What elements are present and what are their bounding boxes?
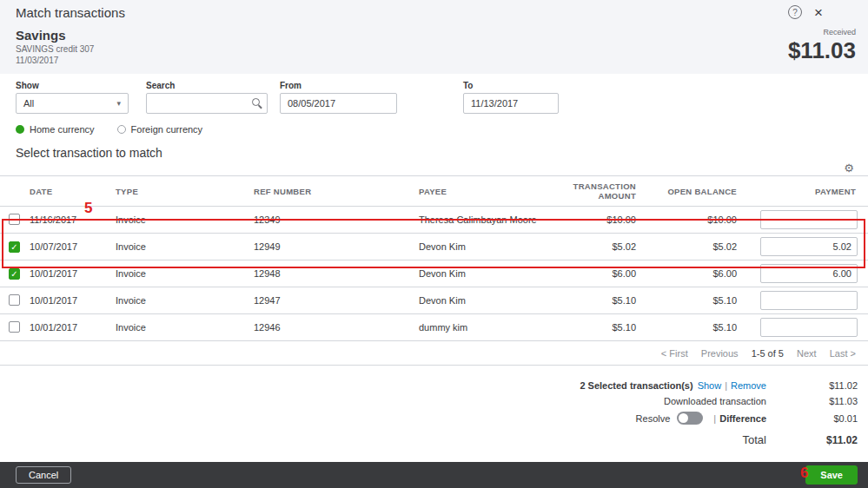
currency-selector: Home currency Foreign currency (0, 115, 868, 135)
cell-payee: Devon Kim (415, 287, 549, 314)
row-checkbox[interactable]: ✓ (9, 268, 20, 280)
payment-input[interactable] (760, 210, 858, 229)
payment-input[interactable] (760, 291, 858, 310)
total-label: Total (743, 433, 766, 446)
show-dropdown[interactable]: All ▾ (16, 93, 129, 114)
transactions-body: ✓ 11/16/2017 Invoice 12349 Theresa Calim… (0, 207, 868, 341)
radio-unselected-icon (117, 125, 126, 134)
to-date-input[interactable] (463, 93, 559, 114)
dialog-title-bar: Match transactions ? × (0, 0, 868, 24)
col-header-date: DATE (26, 176, 112, 207)
checkmark-icon: ✓ (10, 242, 19, 253)
account-info: Savings SAVINGS credit 307 11/03/2017 (16, 26, 94, 69)
received-block: Received $11.03 (788, 26, 856, 69)
from-date-input[interactable] (280, 93, 397, 114)
cell-payee: dummy kim (415, 314, 549, 341)
difference-amount: $0.01 (766, 413, 858, 424)
from-filter: From (280, 81, 397, 115)
cell-transaction-amount: $5.10 (549, 314, 648, 341)
search-filter: Search (129, 81, 268, 115)
table-row: ✓ 10/01/2017 Invoice 12947 Devon Kim $5.… (0, 287, 868, 314)
home-currency-radio[interactable]: Home currency (16, 124, 95, 135)
home-currency-label: Home currency (30, 124, 95, 135)
resolve-label: Resolve (636, 413, 671, 424)
pagination-next[interactable]: Next (797, 348, 817, 359)
table-settings-row: ⚙ (0, 160, 868, 175)
cell-date: 11/16/2017 (26, 207, 112, 234)
foreign-currency-radio[interactable]: Foreign currency (117, 124, 203, 135)
checkmark-icon: ✓ (10, 269, 19, 280)
cell-type: Invoice (112, 207, 250, 234)
table-row: ✓ 10/01/2017 Invoice 12948 Devon Kim $6.… (0, 260, 868, 287)
from-label: From (280, 81, 397, 90)
show-label: Show (16, 81, 129, 90)
cell-ref-number: 12946 (250, 314, 415, 341)
cell-open-balance: $10.00 (648, 207, 749, 234)
cell-open-balance: $5.10 (648, 314, 749, 341)
table-row: ✓ 10/01/2017 Invoice 12946 dummy kim $5.… (0, 314, 868, 341)
row-checkbox[interactable]: ✓ (9, 241, 20, 253)
selected-amount: $11.02 (766, 380, 858, 391)
save-button[interactable]: Save (805, 465, 858, 485)
account-subtitle: SAVINGS credit 307 (16, 44, 94, 54)
resolve-summary-row: Resolve | Difference $0.01 (475, 409, 858, 427)
cell-ref-number: 12947 (250, 287, 415, 314)
cell-ref-number: 12948 (250, 260, 415, 287)
to-filter: To (463, 81, 559, 115)
col-header-open-balance: OPEN BALANCE (648, 176, 749, 207)
col-header-ref-number: REF NUMBER (250, 176, 415, 207)
show-filter: Show All ▾ (16, 81, 129, 115)
table-row: ✓ 10/07/2017 Invoice 12949 Devon Kim $5.… (0, 234, 868, 260)
search-label: Search (146, 81, 268, 90)
pagination: < First Previous 1-5 of 5 Next Last > (0, 341, 868, 366)
cell-payee: Devon Kim (415, 234, 549, 260)
cell-transaction-amount: $5.10 (549, 287, 648, 314)
pagination-range: 1-5 of 5 (752, 348, 784, 359)
total-summary-row: Total $11.02 (475, 431, 858, 449)
col-header-type: TYPE (112, 176, 250, 207)
payment-input[interactable] (760, 318, 858, 337)
cell-payee: Theresa Calimbayan Moore (415, 207, 549, 234)
cell-date: 10/01/2017 (26, 260, 112, 287)
pagination-last[interactable]: Last > (830, 348, 856, 359)
cell-ref-number: 12349 (250, 207, 415, 234)
cancel-button[interactable]: Cancel (16, 466, 71, 484)
remove-link[interactable]: Remove (731, 380, 766, 391)
close-icon[interactable]: × (814, 5, 823, 20)
show-dropdown-value: All (23, 98, 34, 109)
search-icon[interactable] (252, 98, 260, 106)
gear-icon[interactable]: ⚙ (844, 162, 854, 175)
cell-open-balance: $5.02 (648, 234, 749, 260)
resolve-toggle[interactable] (677, 412, 703, 425)
show-link[interactable]: Show (698, 380, 722, 391)
help-icon[interactable]: ? (788, 5, 802, 19)
col-header-transaction-amount: TRANSACTION AMOUNT (549, 176, 648, 207)
pagination-first[interactable]: < First (661, 348, 688, 359)
to-label: To (463, 81, 559, 90)
pagination-previous[interactable]: Previous (701, 348, 739, 359)
chevron-down-icon: ▾ (116, 99, 121, 108)
cell-transaction-amount: $6.00 (549, 260, 648, 287)
payment-input[interactable] (760, 237, 858, 256)
cell-type: Invoice (112, 234, 250, 260)
search-input[interactable] (146, 93, 268, 114)
payment-input[interactable] (760, 264, 858, 283)
cell-transaction-amount: $10.00 (549, 207, 648, 234)
selected-count-label: 2 Selected transaction(s) (580, 380, 692, 391)
row-checkbox[interactable]: ✓ (9, 321, 20, 333)
cell-date: 10/01/2017 (26, 287, 112, 314)
row-checkbox[interactable]: ✓ (9, 214, 20, 225)
account-date: 11/03/2017 (16, 56, 94, 65)
search-box (146, 93, 268, 114)
row-checkbox[interactable]: ✓ (9, 294, 20, 306)
cell-ref-number: 12949 (250, 234, 415, 260)
selected-summary-row: 2 Selected transaction(s) Show | Remove … (475, 378, 858, 393)
table-header: DATE TYPE REF NUMBER PAYEE TRANSACTION A… (0, 176, 868, 207)
cell-open-balance: $6.00 (648, 260, 749, 287)
cell-type: Invoice (112, 287, 250, 314)
table-row: ✓ 11/16/2017 Invoice 12349 Theresa Calim… (0, 207, 868, 234)
account-name: Savings (16, 28, 94, 43)
received-amount: $11.03 (788, 37, 856, 64)
summary-panel: 2 Selected transaction(s) Show | Remove … (475, 378, 858, 449)
col-header-payment: PAYMENT (749, 176, 868, 207)
